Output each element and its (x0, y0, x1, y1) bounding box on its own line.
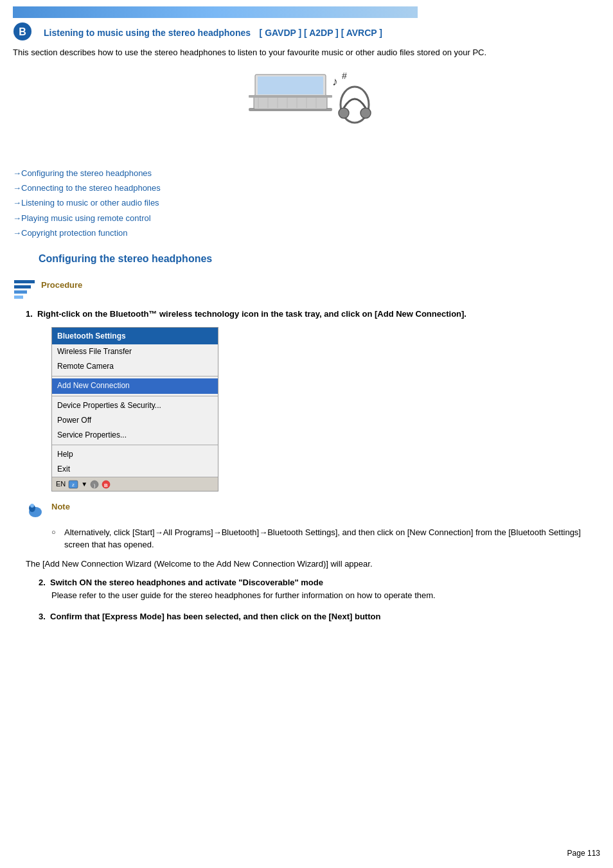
note-block: Note (26, 500, 600, 520)
svg-rect-13 (249, 95, 332, 98)
cm-divider-3 (52, 445, 218, 445)
procedure-label: Procedure (41, 278, 82, 290)
nav-link-configure[interactable]: →Configuring the stereo headphones (13, 166, 600, 181)
intro-text: This section describes how to use the st… (13, 46, 600, 59)
step-1: 1. Right-click on the Bluetooth™ wireles… (26, 308, 600, 492)
cm-header: Bluetooth Settings (52, 328, 218, 344)
page-title: Listening to music using the stereo head… (39, 24, 382, 39)
laptop-headphones-illustration: ♪ # (236, 69, 377, 153)
nav-link-listen[interactable]: →Listening to music or other audio files (13, 195, 600, 210)
illustration-container: ♪ # (13, 69, 600, 153)
procedure-bars-icon (13, 278, 36, 301)
note-icon (26, 500, 45, 520)
page-number: Page 113 (567, 849, 600, 858)
taskbar-separator: ▼ (81, 479, 87, 489)
nav-link-connect[interactable]: →Connecting to the stereo headphones (13, 181, 600, 195)
taskbar-icon-2: ) (90, 480, 99, 489)
step-2-text-normal: Please refer to the user guide for the s… (51, 589, 600, 602)
step-2-number: 2. (39, 578, 46, 587)
step-3-text: Confirm that [Express Mode] has been sel… (50, 612, 380, 621)
cm-item-power: Power Off (52, 413, 218, 428)
steps-list: 1. Right-click on the Bluetooth™ wireles… (26, 308, 600, 623)
context-menu-screenshot: Bluetooth Settings Wireless File Transfe… (51, 327, 218, 492)
svg-point-18 (360, 108, 371, 118)
taskbar-lang: EN (56, 479, 66, 490)
cm-item-wireless: Wireless File Transfer (52, 344, 218, 359)
step-3: 3. Confirm that [Express Mode] has been … (39, 610, 600, 623)
section-heading: Configuring the stereo headphones (39, 253, 600, 265)
nav-link-copyright[interactable]: →Copyright protection function (13, 226, 600, 240)
bluetooth-icon: B (13, 22, 32, 41)
top-bar (13, 6, 418, 18)
note-label: Note (51, 500, 70, 511)
step-1-text: Right-click on the Bluetooth™ wireless t… (37, 309, 466, 319)
taskbar-icon-1: z (68, 480, 78, 489)
cm-taskbar: EN z ▼ ) B (52, 477, 218, 491)
cm-item-service: Service Properties... (52, 428, 218, 443)
page-header: B Listening to music using the stereo he… (13, 22, 600, 41)
step-2-text-bold: Switch ON the stereo headphones and acti… (50, 578, 323, 587)
note-content: Alternatively, click [Start]→All Program… (51, 526, 600, 551)
cm-item-properties: Device Properties & Security... (52, 398, 218, 413)
svg-text:B: B (19, 26, 26, 37)
cm-item-exit: Exit (52, 462, 218, 477)
step-2: 2. Switch ON the stereo headphones and a… (39, 576, 600, 601)
cm-divider-1 (52, 376, 218, 376)
cm-item-camera: Remote Camera (52, 359, 218, 374)
svg-text:♪: ♪ (332, 75, 338, 88)
procedure-block: Procedure (13, 278, 600, 301)
taskbar-bluetooth-icon: B (102, 480, 111, 489)
cm-item-add-connection: Add New Connection (52, 378, 218, 393)
svg-text:): ) (94, 483, 96, 488)
svg-point-27 (30, 504, 34, 508)
svg-text:z: z (72, 482, 75, 488)
nav-links: →Configuring the stereo headphones →Conn… (13, 166, 600, 241)
svg-point-17 (339, 108, 349, 118)
svg-rect-12 (258, 76, 323, 94)
cm-divider-2 (52, 396, 218, 396)
nav-link-play[interactable]: →Playing music using remote control (13, 211, 600, 226)
note-item: Alternatively, click [Start]→All Program… (51, 526, 600, 551)
step-1-number: 1. (26, 309, 33, 319)
svg-text:B: B (104, 483, 108, 488)
wizard-text: The [Add New Connection Wizard (Welcome … (26, 558, 600, 571)
step-3-number: 3. (39, 612, 46, 621)
svg-text:#: # (342, 71, 347, 81)
cm-item-help: Help (52, 447, 218, 462)
